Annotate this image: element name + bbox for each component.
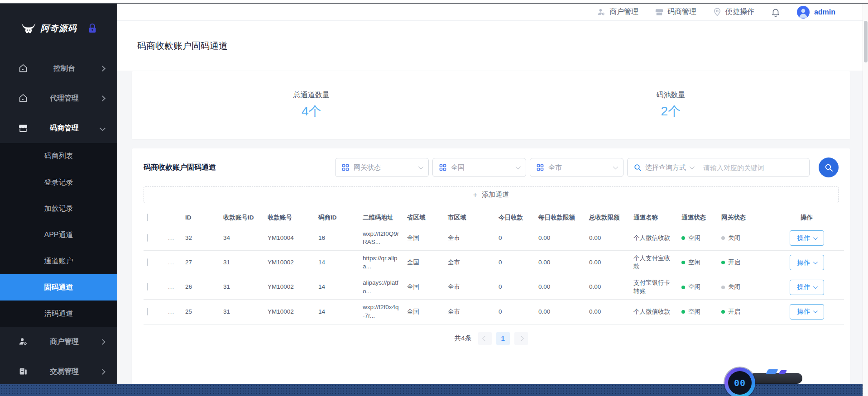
main-area: 商户管理 码商管理 便捷操作 admin 码商收款账户固码通道 [117,4,863,396]
column-header: 二维码地址 [359,210,403,226]
plus-icon: + [473,191,477,199]
select-all-checkbox[interactable] [147,214,148,221]
row-drag-handle[interactable]: ... [168,259,174,266]
merchant-icon [597,8,606,17]
cell-id: 26 [182,275,220,300]
row-checkbox[interactable] [147,258,148,266]
prev-page-button[interactable] [478,332,492,345]
status-dot-icon [681,310,685,314]
chevron-down-icon [613,164,618,169]
cell-qr-address: wxp://f2f0Q9rRAS... [359,226,403,250]
home-icon [18,63,28,73]
avatar [797,6,810,19]
bull-logo-icon [21,23,36,34]
submenu-item[interactable]: APP通道 [0,222,117,248]
topbar: 商户管理 码商管理 便捷操作 admin [117,4,863,21]
cell-today-amount: 0 [495,226,535,250]
status-dot-icon [681,286,685,289]
stat-value: 4个 [302,103,321,120]
float-widget[interactable]: 00 [724,367,755,396]
submenu-item[interactable]: 登录记录 [0,169,117,196]
sidebar-item-code-merchants[interactable]: 码商管理 [0,113,117,143]
sidebar-item-trade-mgmt[interactable]: 交易管理 [0,357,117,386]
column-header: 今日收款 [495,210,535,226]
user-menu[interactable]: admin [797,6,835,19]
status-dot-icon [681,236,685,240]
sidebar-item-console[interactable]: 控制台 [0,53,117,83]
user-gear-icon [18,337,28,347]
query-type-select[interactable]: 选择查询方式 [628,163,699,172]
column-header: 省区域 [403,210,444,226]
province-select[interactable]: 全国 [432,158,526,177]
topbar-item-quick-actions[interactable]: 便捷操作 [713,7,754,17]
lock-icon[interactable] [88,24,97,33]
city-select[interactable]: 全市 [530,158,623,177]
column-header: 操作 [769,210,844,226]
keyword-query-group: 选择查询方式 [627,158,810,177]
row-drag-handle[interactable]: ... [168,283,174,290]
table-row: ... 32 34 YM10004 16 wxp://f2f0Q9rRAS...… [144,226,844,250]
column-header: 收款账号 [264,210,315,226]
cell-id: 32 [182,226,220,250]
submenu-item[interactable]: 固码通道 [0,274,117,301]
cell-channel-name: 支付宝银行卡转账 [630,275,678,300]
cell-channel-name: 个人微信收款 [630,226,678,250]
topbar-item-code-merchant-mgmt[interactable]: 码商管理 [655,7,696,17]
page-number-button[interactable]: 1 [496,332,510,345]
cell-today-amount: 0 [495,300,535,324]
submenu-item[interactable]: 码商列表 [0,143,117,169]
sidebar-item-merchant-mgmt[interactable]: 商户管理 [0,327,117,357]
status-text: 开启 [728,308,740,316]
cell-city: 全市 [444,300,495,324]
stat-label: 总通道数量 [293,91,330,100]
stat-label: 码池数量 [656,91,685,100]
cell-channel-name: 个人微信收款 [630,300,678,324]
submenu-item[interactable]: 活码通道 [0,301,117,327]
submenu-item[interactable]: 加款记录 [0,196,117,222]
row-action-button[interactable]: 操作 [790,230,824,246]
row-checkbox[interactable] [147,308,148,315]
chevron-down-icon [813,235,818,240]
action-label: 操作 [797,307,810,316]
search-button[interactable] [819,157,839,177]
keyword-input[interactable] [699,164,809,172]
scrollbar-thumb[interactable] [864,21,868,62]
sidebar-item-label: 控制台 [28,64,101,73]
cell-today-amount: 0 [495,275,535,300]
row-checkbox[interactable] [147,283,148,291]
select-placeholder: 网关状态 [354,163,414,172]
channel-table-card: 码商收款账户固码通道 网关状态 全国 全市 [132,148,850,393]
sidebar-item-label: 代理管理 [28,94,101,103]
sidebar-item-agents[interactable]: 代理管理 [0,83,117,113]
row-action-button[interactable]: 操作 [790,255,824,270]
cell-merchant-id: 14 [315,300,359,324]
header-handle-cell [164,210,182,226]
row-action-button[interactable]: 操作 [790,304,824,320]
sidebar-nav: 控制台 代理管理 码商管理 码商列表 登录记录 加款记录 A [0,53,117,386]
add-channel-label: 添加通道 [482,191,509,199]
row-drag-handle[interactable]: ... [168,308,174,315]
sidebar: 阿奇源码 控制台 代理管理 码商管理 [0,4,117,396]
vertical-scrollbar[interactable] [863,4,868,396]
cell-qr-address: alipays://platfo... [359,275,403,300]
notification-bell-icon[interactable] [771,7,781,17]
cell-merchant-id: 16 [315,226,359,250]
cell-province: 全国 [403,226,444,250]
window-top-edge [0,3,868,4]
gateway-status-select[interactable]: 网关状态 [335,158,429,177]
row-checkbox[interactable] [147,234,148,242]
home-icon [18,93,28,103]
topbar-item-merchant-mgmt[interactable]: 商户管理 [597,7,638,17]
submenu-item[interactable]: 通道账户 [0,248,117,274]
status-dot-icon [721,236,725,240]
chevron-right-icon [100,95,106,101]
status-text: 空闲 [688,283,700,291]
status-dot-icon [721,310,725,314]
stats-card: 总通道数量 4个 码池数量 2个 [132,71,850,139]
chevron-down-icon [813,260,818,264]
cell-city: 全市 [444,250,495,275]
add-channel-button[interactable]: + 添加通道 [144,186,839,203]
row-drag-handle[interactable]: ... [168,234,174,241]
next-page-button[interactable] [514,332,528,345]
row-action-button[interactable]: 操作 [790,280,824,295]
